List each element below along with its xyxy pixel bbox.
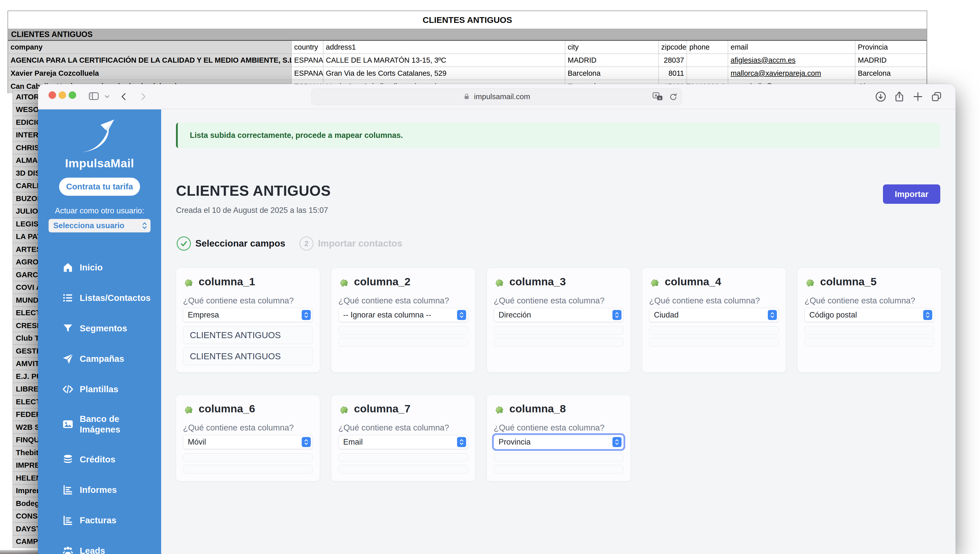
column-question: ¿Qué contiene esta columna?	[494, 423, 624, 433]
column-mapping-value: Dirección	[498, 310, 531, 319]
import-button[interactable]: Importar	[883, 184, 940, 204]
column-card-title: columna_2	[354, 276, 410, 288]
sheet-cell[interactable]: mallorca@xavierpareja.com	[728, 67, 855, 80]
sidebar-item-label: Informes	[80, 485, 117, 495]
sheet-cell[interactable]: Provincia	[855, 41, 927, 54]
select-stepper-icon	[612, 437, 622, 447]
column-card-title: columna_5	[820, 276, 877, 288]
user-select[interactable]: Selecciona usuario	[49, 219, 151, 233]
column-mapping-select[interactable]: -- Ignorar esta columna --	[339, 308, 468, 322]
column-mapping-value: Código postal	[809, 310, 857, 319]
address-bar[interactable]: impulsamail.com Aa	[311, 88, 682, 105]
column-card-header: columna_2	[339, 276, 468, 288]
sidebar-item-informes[interactable]: Informes	[38, 474, 161, 505]
column-card-title: columna_6	[199, 402, 255, 415]
column-question: ¿Qué contiene esta columna?	[494, 296, 624, 305]
sheet-cell[interactable]: company	[8, 41, 292, 54]
sidebar-item-segmentos[interactable]: Segmentos	[38, 313, 161, 343]
sample-value-box	[494, 338, 624, 346]
column-mapping-select[interactable]: Móvil	[183, 435, 313, 449]
minimize-button[interactable]	[59, 91, 66, 99]
column-mapping-select[interactable]: Dirección	[494, 308, 624, 322]
puzzle-icon	[805, 276, 816, 287]
sample-value-box: CLIENTES ANTIGUOS	[183, 347, 313, 365]
column-mapping-select[interactable]: Email	[339, 435, 468, 449]
sidebar-item-banco-de-im-genes[interactable]: Banco de Imágenes	[38, 404, 161, 444]
sample-value-box: CLIENTES ANTIGUOS	[183, 326, 313, 344]
sheet-cell[interactable]: ESPANA	[292, 54, 323, 67]
impulsamail-logo-icon	[76, 118, 123, 155]
sidebar-item-facturas[interactable]: Facturas	[38, 505, 161, 535]
sheet-cell[interactable]	[687, 67, 728, 80]
sample-value-box	[494, 453, 624, 461]
close-button[interactable]	[49, 91, 56, 99]
sidebar-item-plantillas[interactable]: Plantillas	[38, 374, 161, 404]
sample-value-box	[339, 453, 468, 461]
sheet-cell[interactable]: address1	[323, 41, 565, 54]
app-sidebar: ImpulsaMail Contrata tu tarifa Actuar co…	[38, 109, 161, 554]
sheet-cell[interactable]: email	[728, 41, 855, 54]
sidebar-item-label: Banco de Imágenes	[80, 414, 137, 435]
sidebar-item-label: Listas/Contactos	[80, 292, 137, 303]
select-stepper-icon	[612, 310, 622, 320]
sample-value-box	[494, 326, 624, 335]
spreadsheet-window: CLIENTES ANTIGUOS CLIENTES ANTIGUOS comp…	[8, 11, 927, 93]
column-mapping-select[interactable]: Ciudad	[649, 308, 779, 322]
column-mapping-select[interactable]: Empresa	[183, 308, 313, 322]
contract-plan-button[interactable]: Contrata tu tarifa	[59, 177, 140, 196]
step-1-label: Seleccionar campos	[195, 238, 285, 249]
sheet-cell[interactable]: MADRID	[565, 54, 659, 67]
sidebar-item-campa-as[interactable]: Campañas	[38, 343, 161, 374]
column-card-columna_3: columna_3¿Qué contiene esta columna?Dire…	[487, 268, 630, 372]
sheet-cell[interactable]: Gran Via de les Corts Catalanes, 529	[323, 67, 565, 80]
sheet-cell[interactable]: country	[292, 41, 323, 54]
created-date: Creada el 10 de August de 2025 a las 15:…	[176, 206, 328, 215]
new-tab-icon[interactable]	[912, 89, 924, 105]
column-card-header: columna_1	[183, 276, 313, 288]
sheet-cell[interactable]: 28037	[659, 54, 687, 67]
sheet-cell[interactable]: zipcode	[659, 41, 687, 54]
sheet-cell[interactable]: 8011	[659, 67, 687, 80]
chart-icon	[62, 484, 74, 496]
forward-icon[interactable]	[138, 89, 148, 104]
sidebar-item-listas-contactos[interactable]: Listas/Contactos	[38, 283, 161, 313]
tab-overview-icon[interactable]	[930, 89, 943, 105]
sheet-data-row: Xavier Pareja CozcolluelaESPANAGran Via …	[8, 67, 927, 80]
sidebar-toggle-icon[interactable]	[88, 91, 99, 102]
sheet-cell[interactable]: Barcelona	[565, 67, 659, 80]
column-question: ¿Qué contiene esta columna?	[339, 296, 468, 305]
sheet-cell[interactable]: Xavier Pareja Cozcolluela	[8, 67, 292, 80]
puzzle-icon	[183, 276, 194, 287]
sidebar-item-cr-ditos[interactable]: Créditos	[38, 444, 161, 474]
sidebar-item-label: Campañas	[80, 353, 124, 364]
download-icon[interactable]	[874, 89, 887, 105]
sheet-cell[interactable]: phone	[687, 41, 728, 54]
sheet-cell[interactable]: AGENCIA PARA LA CERTIFICACIÓN DE LA CALI…	[8, 54, 292, 67]
sheet-cell[interactable]: ESPANA	[292, 67, 323, 80]
column-card-columna_7: columna_7¿Qué contiene esta columna?Emai…	[331, 395, 475, 481]
column-mapping-select[interactable]: Provincia	[494, 435, 624, 449]
image-icon	[62, 418, 74, 430]
column-card-header: columna_8	[494, 402, 624, 415]
sidebar-item-label: Plantillas	[80, 384, 118, 394]
column-question: ¿Qué contiene esta columna?	[183, 296, 313, 305]
sidebar-item-leads[interactable]: Leads	[38, 535, 161, 554]
zoom-button[interactable]	[68, 91, 76, 99]
column-card-columna_1: columna_1¿Qué contiene esta columna?Empr…	[176, 268, 320, 372]
sheet-cell[interactable]: MADRID	[855, 54, 927, 67]
sheet-cell[interactable]: Barcelona	[855, 67, 927, 80]
column-mapping-select[interactable]: Código postal	[805, 308, 934, 322]
reload-icon[interactable]	[669, 93, 678, 101]
sheet-cell[interactable]: CALLE DE LA MARATÓN 13-15, 3ºC	[323, 54, 565, 67]
sheet-cell[interactable]	[687, 54, 728, 67]
share-icon[interactable]	[893, 89, 906, 105]
chevron-down-icon[interactable]	[104, 93, 110, 100]
translate-icon[interactable]: Aa	[652, 92, 663, 101]
puzzle-icon	[494, 403, 505, 415]
back-icon[interactable]	[119, 89, 129, 104]
sidebar-item-inicio[interactable]: Inicio	[38, 252, 161, 283]
select-arrows-icon	[141, 221, 148, 230]
select-stepper-icon	[923, 310, 932, 320]
sheet-cell[interactable]: city	[565, 41, 659, 54]
sheet-cell[interactable]: afiglesias@accm.es	[728, 54, 855, 67]
